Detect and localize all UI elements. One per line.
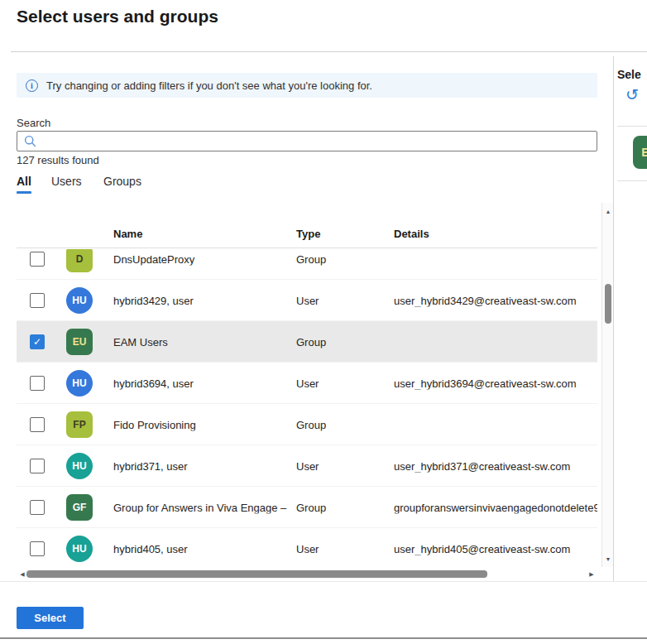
table-header: Name Type Details (17, 222, 597, 248)
row-details: user_hybrid405@creativeast-sw.com (394, 542, 597, 555)
scroll-right-icon[interactable]: ▶ (586, 569, 597, 579)
row-name: hybrid371, user (113, 459, 294, 472)
column-header-type: Type (296, 228, 320, 240)
avatar: FP (66, 411, 93, 438)
row-checkbox[interactable] (30, 252, 45, 267)
table-row[interactable]: GF Group for Answers in Viva Engage – Gr… (17, 487, 597, 528)
row-details: user_hybrid371@creativeast-sw.com (394, 459, 597, 472)
row-name: DnsUpdateProxy (113, 252, 294, 265)
avatar: GF (66, 494, 93, 521)
horizontal-scroll-thumb[interactable] (26, 570, 487, 578)
window-bottom-edge (0, 637, 647, 639)
row-type: Group (296, 501, 389, 513)
side-panel-divider-top (617, 126, 647, 127)
table-row[interactable]: HU hybrid3429, user User user_hybrid3429… (17, 280, 597, 321)
table-row[interactable]: HU hybrid3694, user User user_hybrid3694… (17, 363, 597, 404)
row-checkbox[interactable] (30, 293, 45, 308)
tab-groups[interactable]: Groups (103, 175, 141, 188)
results-list: D DnsUpdateProxy Group HU hybrid3429, us… (17, 249, 597, 566)
row-details: user_hybrid3694@creativeast-sw.com (394, 377, 597, 389)
tab-users[interactable]: Users (51, 175, 82, 188)
row-name: hybrid405, user (113, 542, 294, 555)
search-input[interactable] (41, 132, 597, 150)
row-details: groupforanswersinvivaengagedonotdelete9 (394, 501, 597, 513)
row-type: User (296, 542, 389, 555)
row-type: Group (296, 418, 389, 430)
row-checkbox[interactable] (30, 376, 45, 391)
row-checkbox[interactable]: ✓ (30, 334, 45, 349)
row-name: EAM Users (113, 335, 294, 348)
row-type: User (296, 377, 389, 389)
avatar: HU (66, 287, 93, 314)
avatar: HU (66, 536, 93, 562)
row-type: Group (296, 252, 389, 265)
search-label: Search (17, 117, 50, 129)
row-name: Group for Answers in Viva Engage – (113, 501, 294, 513)
row-type: User (296, 294, 389, 306)
column-header-details: Details (394, 228, 429, 240)
selected-item-avatar: EU (633, 136, 647, 169)
vertical-scrollbar[interactable]: ▲ ▼ (601, 203, 613, 567)
table-row[interactable]: D DnsUpdateProxy Group (17, 249, 597, 280)
scroll-up-icon[interactable]: ▲ (602, 204, 614, 218)
row-checkbox[interactable] (30, 541, 45, 556)
row-name: hybrid3429, user (113, 294, 294, 306)
row-details: user_hybrid3429@creativeast-sw.com (394, 294, 597, 306)
info-icon: i (26, 79, 38, 92)
avatar: HU (66, 453, 93, 479)
row-checkbox[interactable] (30, 500, 45, 515)
row-checkbox[interactable] (30, 459, 45, 473)
search-icon (24, 135, 36, 147)
side-panel-divider (613, 56, 614, 581)
horizontal-scrollbar[interactable]: ◀ ▶ (17, 569, 597, 579)
title-divider (11, 51, 647, 52)
avatar: HU (66, 370, 93, 396)
page-title: Select users and groups (17, 7, 218, 26)
footer-divider (0, 581, 647, 582)
avatar: D (66, 249, 93, 272)
row-type: Group (296, 335, 389, 348)
row-checkbox[interactable] (30, 417, 45, 432)
side-panel-title: Sele (617, 68, 641, 81)
table-row[interactable]: HU hybrid405, user User user_hybrid405@c… (17, 528, 597, 566)
row-type: User (296, 459, 389, 472)
search-box[interactable] (17, 131, 597, 151)
column-header-name: Name (113, 228, 142, 240)
table-row[interactable]: FP Fido Provisioning Group (17, 404, 597, 445)
results-count: 127 results found (17, 154, 99, 166)
row-name: hybrid3694, user (113, 377, 294, 389)
banner-text: Try changing or adding filters if you do… (46, 79, 372, 92)
undo-icon[interactable]: ↺ (625, 87, 639, 103)
table-row[interactable]: ✓ EU EAM Users Group (17, 321, 597, 363)
tab-all[interactable]: All (17, 175, 31, 188)
table-row[interactable]: HU hybrid371, user User user_hybrid371@c… (17, 445, 597, 487)
active-tab-underline (17, 191, 31, 194)
side-panel-divider-bottom (617, 180, 647, 181)
row-name: Fido Provisioning (113, 418, 294, 430)
scroll-down-icon[interactable]: ▼ (602, 552, 614, 565)
filter-hint-banner: i Try changing or adding filters if you … (17, 73, 597, 98)
select-button[interactable]: Select (17, 607, 84, 629)
avatar: EU (66, 329, 93, 355)
select-users-groups-dialog: Select users and groups i Try changing o… (0, 0, 647, 644)
vertical-scroll-thumb[interactable] (605, 284, 611, 324)
